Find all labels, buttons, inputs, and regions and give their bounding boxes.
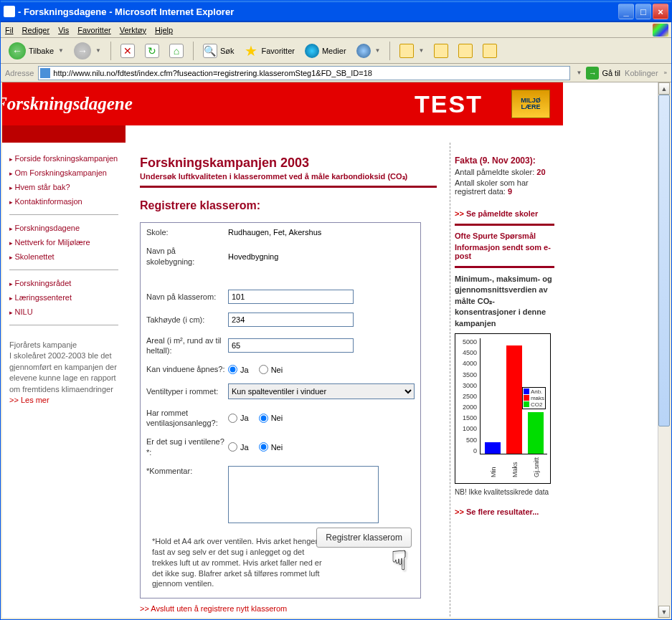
submit-button[interactable]: Registrer klasserom	[316, 528, 412, 548]
home-button[interactable]: ⌂	[166, 42, 187, 60]
stop-button[interactable]: ✕	[117, 42, 138, 60]
stats-text: Minimum-, maksimum- og gjennomsnittsverd…	[455, 274, 554, 329]
facts-heading: Fakta (9. Nov 2003):	[455, 156, 554, 166]
label-hasvent: Har rommet ventilasjonsanlegg?:	[146, 408, 225, 429]
scroll-thumb[interactable]	[658, 95, 670, 426]
cancel-link[interactable]: >> Avslutt uten å registrere nytt klasse…	[140, 604, 437, 613]
input-ceiling[interactable]	[228, 313, 354, 327]
discuss-button[interactable]	[479, 42, 501, 60]
favorites-button[interactable]: ★Favoritter	[240, 42, 298, 60]
value-building: Hovedbygning	[228, 252, 278, 261]
windows-flag-icon	[653, 24, 668, 37]
menu-view[interactable]: Vis	[58, 26, 69, 34]
maximize-button[interactable]: □	[635, 4, 651, 19]
edit-icon	[458, 44, 473, 58]
bar-gj.snitt	[528, 412, 544, 454]
input-area[interactable]	[228, 338, 354, 353]
discuss-icon	[483, 44, 497, 58]
menu-file[interactable]: Fil	[5, 26, 14, 34]
go-button[interactable]: → Gå til	[586, 67, 620, 80]
label-ceiling: Takhøyde (i cm):	[146, 315, 225, 325]
label-comment: *Kommentar:	[146, 466, 225, 476]
forward-icon: →	[74, 42, 91, 59]
media-icon	[305, 44, 319, 58]
radio-windows-no[interactable]	[259, 365, 268, 374]
address-dropdown-icon[interactable]: ▼	[576, 70, 582, 76]
radio-windows-yes[interactable]	[228, 365, 237, 374]
links-label[interactable]: Koblinger	[625, 69, 658, 77]
nav-forskningsradet[interactable]: Forskningsrådet	[9, 276, 118, 290]
fact2-value: 9	[508, 187, 512, 196]
stop-icon: ✕	[120, 44, 135, 58]
scroll-down-button[interactable]: ▼	[658, 606, 670, 618]
promo-text: I skoleåret 2002-2003 ble det gjennomfør…	[9, 350, 118, 395]
nav-nettverk[interactable]: Nettverk for Miljølære	[9, 235, 118, 249]
media-button[interactable]: Medier	[301, 42, 350, 60]
menu-tools[interactable]: Verktøy	[120, 26, 146, 34]
co2-bar-chart: 5000450040003500300025002000150010005000…	[455, 333, 551, 484]
miljolare-badge: MILJØ LÆRE	[511, 90, 550, 118]
label-suction: Er det sug i ventilene?*:	[146, 437, 225, 457]
nav-nilu[interactable]: NILU	[9, 305, 118, 319]
minimize-button[interactable]: _	[618, 4, 634, 19]
radio-hasvent-no[interactable]	[259, 414, 268, 423]
menu-help[interactable]: Hjelp	[155, 26, 173, 34]
address-input[interactable]	[38, 66, 570, 80]
search-icon: 🔍	[203, 44, 217, 58]
address-bar: Adresse ▼ → Gå til Koblinger »	[1, 64, 671, 82]
page-content: Forskningsdagene TEST MILJØ LÆRE Forside…	[2, 82, 658, 618]
chart-legend: Anb.maksCO2	[522, 387, 546, 409]
input-classroom[interactable]	[228, 290, 354, 304]
history-icon	[356, 44, 371, 58]
link-schools[interactable]: Se påmeldte skoler	[455, 209, 554, 218]
nav-forside[interactable]: Forside forskningskampanjen	[9, 151, 118, 166]
link-info-email[interactable]: Informasjon sendt som e-post	[455, 243, 554, 260]
app-icon	[4, 6, 15, 17]
nav-om[interactable]: Om Forskningskampanjen	[9, 166, 118, 180]
history-button[interactable]: ▼	[353, 42, 384, 60]
main-content: Forskningskampanjen 2003 Undersøk luftkv…	[126, 143, 444, 618]
edit-button[interactable]	[455, 42, 476, 60]
bar-maks	[506, 345, 522, 454]
label-venttype: Ventiltyper i rommet:	[146, 386, 225, 396]
nav-skolenettet[interactable]: Skolenettet	[9, 249, 118, 264]
link-more-results[interactable]: Se flere resultater...	[455, 507, 554, 516]
radio-suction-yes[interactable]	[228, 442, 237, 452]
search-button[interactable]: 🔍Søk	[199, 42, 238, 60]
close-button[interactable]: ×	[653, 4, 668, 19]
menu-favorites[interactable]: Favoritter	[77, 26, 110, 34]
print-button[interactable]	[430, 42, 452, 60]
toolbar: ←Tilbake▼ →▼ ✕ ↻ ⌂ 🔍Søk ★Favoritter Medi…	[1, 38, 671, 64]
nav-hvem[interactable]: Hvem står bak?	[9, 180, 118, 194]
nb-text: NB! Ikke kvalitetssikrede data	[455, 488, 554, 496]
promo-more-link[interactable]: >> Les mer	[9, 396, 49, 404]
star-icon: ★	[244, 44, 258, 58]
label-windows: Kan vinduene åpnes?:	[146, 364, 225, 374]
link-faq[interactable]: Ofte Spurte Spørsmål	[455, 232, 554, 240]
value-school: Rudhaugen, Fet, Akershus	[228, 228, 321, 237]
page-title: Forskningskampanjen 2003	[140, 156, 437, 171]
menu-edit[interactable]: Rediger	[22, 26, 50, 34]
page-subtitle: Undersøk luftkvaliteten i klasserommet v…	[140, 172, 437, 181]
vertical-scrollbar[interactable]: ▲ ▼	[658, 82, 670, 618]
scroll-up-button[interactable]: ▲	[658, 82, 670, 95]
bar-min	[485, 442, 501, 454]
radio-suction-no[interactable]	[259, 442, 268, 452]
forward-button[interactable]: →▼	[70, 40, 105, 62]
back-button[interactable]: ←Tilbake▼	[5, 40, 67, 62]
nav-laeringssenteret[interactable]: Læringssenteret	[9, 290, 118, 305]
nav-kontakt[interactable]: Kontaktinformasjon	[9, 194, 118, 209]
register-form: Skole: Rudhaugen, Fet, Akershus Navn på …	[140, 222, 421, 598]
refresh-button[interactable]: ↻	[141, 42, 163, 60]
refresh-icon: ↻	[145, 44, 159, 58]
label-building: Navn på skolebygning:	[146, 246, 225, 267]
fact2-label: Antall skoler som har registrert data:	[455, 178, 529, 196]
site-banner: Forskningsdagene TEST MILJØ LÆRE	[2, 82, 563, 125]
textarea-comment[interactable]	[228, 466, 379, 523]
go-icon: →	[586, 67, 599, 80]
select-venttype[interactable]: Kun spalteventiler i vinduer	[228, 383, 415, 399]
window-title: - Forskningsdagene - Microsoft Internet …	[18, 6, 234, 17]
radio-hasvent-yes[interactable]	[228, 414, 237, 423]
mail-button[interactable]: ▼	[396, 42, 427, 60]
nav-forskningsdagene[interactable]: Forskningsdagene	[9, 221, 118, 235]
